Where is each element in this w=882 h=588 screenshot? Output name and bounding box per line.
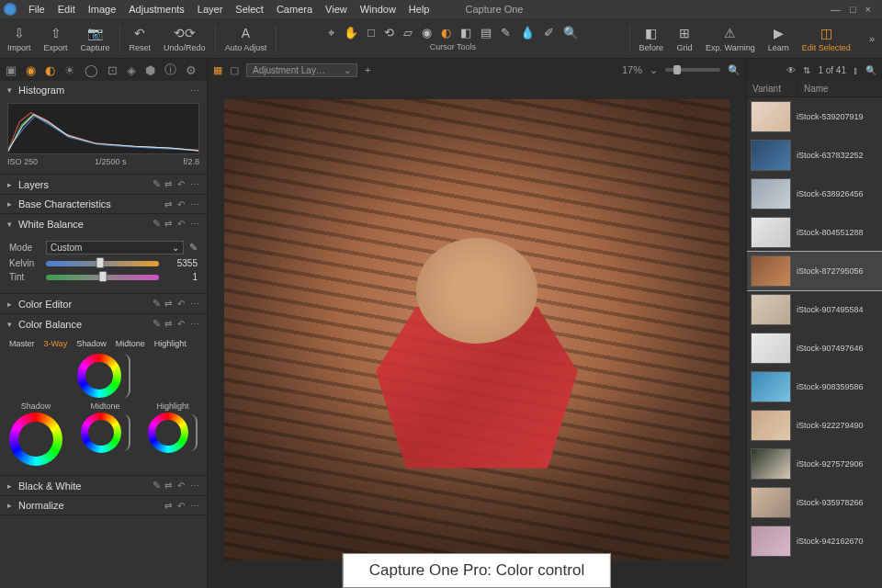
crop-icon[interactable]: □ <box>368 26 375 40</box>
kelvin-value[interactable]: 5355 <box>164 258 198 268</box>
thumb-row[interactable]: iStock-942162670 <box>747 522 882 560</box>
tint-slider[interactable] <box>46 275 159 280</box>
menu-adjustments[interactable]: Adjustments <box>122 2 191 17</box>
section-menu-icon[interactable]: ⋯ <box>190 85 199 96</box>
close-icon[interactable]: × <box>865 4 871 15</box>
library-tab-icon[interactable]: ▣ <box>6 63 17 77</box>
thumb-row[interactable]: iStock-637832252 <box>747 136 882 175</box>
chevron-down-icon[interactable]: ⌄ <box>650 64 658 76</box>
color-balance-header[interactable]: ▾Color Balance✎⇄ ↶ ⋯ <box>0 314 207 334</box>
thumb-row[interactable]: iStock-804551288 <box>747 213 882 252</box>
capture-tab-icon[interactable]: ◉ <box>26 63 36 77</box>
tint-value[interactable]: 1 <box>164 272 198 282</box>
menu-view[interactable]: View <box>319 2 354 17</box>
thumb-row[interactable]: iStock-908359586 <box>747 368 882 406</box>
output-tab-icon[interactable]: ⚙ <box>186 63 197 77</box>
normalize-header[interactable]: ▸Normalize⇄ ↶ ⋯ <box>0 496 207 514</box>
layers-header[interactable]: ▸Layers✎⇄ ↶ ⋯ <box>0 175 207 194</box>
histogram-header[interactable]: ▾ Histogram ⋯ <box>0 81 207 99</box>
menu-camera[interactable]: Camera <box>270 2 319 17</box>
reset-icon[interactable]: ↶ <box>177 179 185 189</box>
exp-warning-button[interactable]: ⚠Exp. Warning <box>706 25 755 52</box>
more-icon[interactable]: » <box>869 33 875 44</box>
single-view-icon[interactable]: ▢ <box>230 64 239 76</box>
auto-adjust-button[interactable]: AAuto Adjust <box>225 25 267 52</box>
pointer-icon[interactable]: ⌖ <box>328 26 334 40</box>
annotation-icon[interactable]: ✐ <box>544 26 554 40</box>
thumb-row[interactable]: iStock-927572906 <box>747 445 882 483</box>
rotate-icon[interactable]: ⟲ <box>384 26 394 40</box>
base-header[interactable]: ▸Base Characteristics⇄ ↶ ⋯ <box>0 195 207 213</box>
shadow-wheel[interactable] <box>9 413 62 466</box>
search-icon[interactable]: 🔍 <box>728 64 741 76</box>
crop-tab-icon[interactable]: ⊡ <box>107 63 118 77</box>
details-tab-icon[interactable]: ◈ <box>127 63 136 77</box>
thumb-row[interactable]: iStock-922279490 <box>747 406 882 445</box>
cb-tab-highlight[interactable]: Highlight <box>154 339 187 348</box>
menu-select[interactable]: Select <box>229 2 270 17</box>
layer-dropdown[interactable]: Adjustment Lay…⌄ <box>246 63 357 77</box>
menu-file[interactable]: File <box>22 2 51 17</box>
before-button[interactable]: ◧Before <box>639 25 664 52</box>
color-editor-header[interactable]: ▸Color Editor✎⇄ ↶ ⋯ <box>0 294 207 313</box>
bw-header[interactable]: ▸Black & White✎⇄ ↶ ⋯ <box>0 476 207 495</box>
eraser-icon[interactable]: ◧ <box>460 26 471 40</box>
menu-window[interactable]: Window <box>354 2 402 17</box>
luminance-arc[interactable] <box>123 354 130 398</box>
import-button[interactable]: ⇩Import <box>7 25 31 52</box>
eyedropper-icon[interactable]: ✎ <box>189 242 198 254</box>
zoom-value[interactable]: 17% <box>622 64 642 75</box>
highlight-wheel[interactable] <box>148 413 188 453</box>
sort-icon[interactable]: ⇅ <box>803 65 810 75</box>
maximize-icon[interactable]: □ <box>850 4 856 15</box>
canvas[interactable]: Capture One Pro: Color control <box>208 81 746 588</box>
thumb-row[interactable]: iStock-872795056 <box>747 252 882 290</box>
metadata-tab-icon[interactable]: ⓘ <box>164 62 176 78</box>
grid-view-icon[interactable]: ▦ <box>213 64 222 76</box>
zoom-slider[interactable] <box>665 68 720 72</box>
menu-image[interactable]: Image <box>82 2 123 17</box>
swap-icon[interactable]: ⇄ <box>164 179 172 189</box>
cb-tab-midtone[interactable]: Midtone <box>116 339 145 348</box>
capture-button[interactable]: 📷Capture <box>81 25 110 52</box>
menu-edit[interactable]: Edit <box>51 2 82 17</box>
cb-tab-master[interactable]: Master <box>9 339 35 348</box>
export-button[interactable]: ⇧Export <box>44 25 68 52</box>
add-icon[interactable]: + <box>365 64 370 75</box>
menu-help[interactable]: Help <box>402 2 436 17</box>
white-balance-header[interactable]: ▾White Balance✎⇄ ↶ ⋯ <box>0 214 207 233</box>
gradient-icon[interactable]: ▤ <box>481 26 492 40</box>
keystone-icon[interactable]: ▱ <box>403 26 413 40</box>
adjust-tab-icon[interactable]: ⬢ <box>145 63 155 77</box>
grid-button[interactable]: ⊞Grid <box>676 25 693 52</box>
mask-icon[interactable]: ◐ <box>441 26 451 40</box>
exposure-tab-icon[interactable]: ☀ <box>64 63 75 77</box>
filter-icon[interactable]: ⫿ <box>854 65 858 75</box>
midtone-wheel[interactable] <box>81 413 121 453</box>
lens-tab-icon[interactable]: ◯ <box>85 63 98 77</box>
minimize-icon[interactable]: — <box>831 4 841 15</box>
color-tab-icon[interactable]: ◐ <box>45 63 55 77</box>
menu-layer[interactable]: Layer <box>191 2 230 17</box>
thumb-row[interactable]: iStock-935978266 <box>747 483 882 522</box>
cb-tab-3-way[interactable]: 3-Way <box>44 339 68 348</box>
loupe-icon[interactable]: 🔍 <box>563 26 578 40</box>
edit-selected-button[interactable]: ◫Edit Selected <box>802 25 851 52</box>
midtone-wheel-top[interactable] <box>77 354 121 398</box>
eye-icon[interactable]: 👁 <box>786 65 796 75</box>
thumb-row[interactable]: iStock-907495584 <box>747 290 882 329</box>
cb-tab-shadow[interactable]: Shadow <box>76 339 107 348</box>
thumb-row[interactable]: iStock-638926456 <box>747 175 882 213</box>
hand-icon[interactable]: ✋ <box>344 26 358 40</box>
brush-icon[interactable]: ✎ <box>501 26 511 40</box>
undo-redo-button[interactable]: ⟲⟳Undo/Redo <box>164 25 206 52</box>
learn-button[interactable]: ▶Learn <box>768 25 789 52</box>
thumb-row[interactable]: iStock-907497646 <box>747 329 882 368</box>
eyedropper-icon[interactable]: 💧 <box>520 26 535 40</box>
thumb-row[interactable]: iStock-539207919 <box>747 97 882 136</box>
kelvin-slider[interactable] <box>46 261 159 266</box>
wb-mode-select[interactable]: Custom⌄ <box>46 241 184 254</box>
search-icon[interactable]: 🔍 <box>865 65 876 75</box>
spot-icon[interactable]: ◉ <box>422 26 432 40</box>
reset-button[interactable]: ↶Reset <box>130 25 152 52</box>
